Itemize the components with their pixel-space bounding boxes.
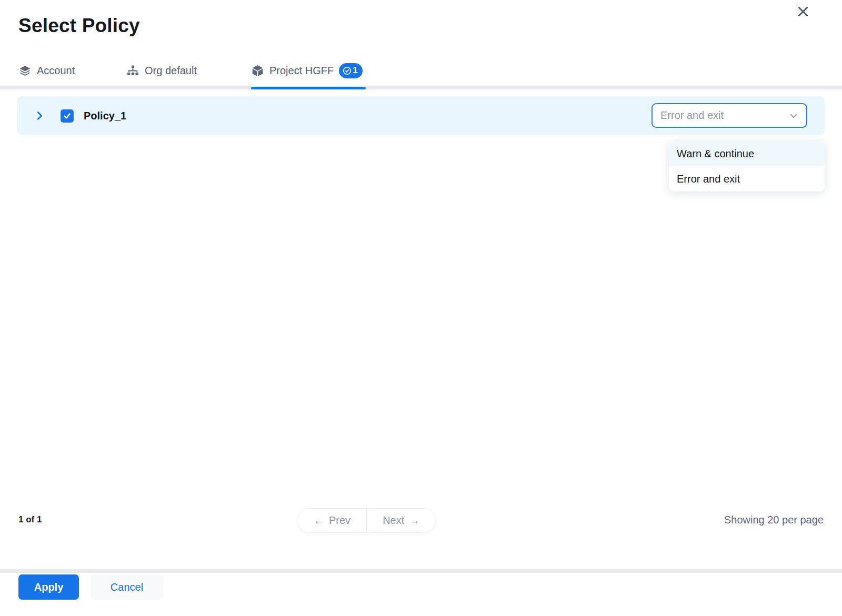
prev-label: Prev (329, 514, 350, 527)
arrow-right-icon: → (409, 514, 419, 527)
tab-label: Project HGFF (269, 65, 334, 77)
action-select[interactable]: Error and exit (651, 103, 807, 128)
check-circle-icon (343, 66, 352, 75)
per-page-info: Showing 20 per page (724, 514, 824, 526)
tab-account[interactable]: Account (18, 57, 75, 84)
page-title: Select Policy (18, 15, 140, 37)
page-info: 1 of 1 (18, 514, 42, 525)
policy-checkbox[interactable] (61, 109, 74, 123)
apply-button[interactable]: Apply (18, 574, 79, 600)
selected-count-badge: 1 (339, 63, 362, 78)
option-warn-continue[interactable]: Warn & continue (669, 141, 825, 166)
tabs-divider (0, 86, 842, 89)
pager: ← Prev Next → (297, 508, 436, 533)
tab-label: Org default (145, 65, 197, 77)
badge-count: 1 (353, 65, 357, 76)
policy-name: Policy_1 (84, 110, 126, 122)
chevron-right-icon[interactable] (33, 109, 46, 122)
action-select-menu: Warn & continue Error and exit (669, 141, 825, 191)
tab-bar: Account Org default Project HGFF 1 (0, 57, 842, 89)
policy-row: Policy_1 Error and exit (17, 96, 825, 135)
tab-project-hgff[interactable]: Project HGFF 1 (251, 57, 363, 84)
select-policy-modal: Select Policy Account Org default Projec… (0, 0, 842, 616)
arrow-left-icon: ← (314, 514, 324, 527)
cube-icon (251, 64, 264, 77)
footer-divider (0, 569, 842, 573)
layers-icon (18, 64, 32, 77)
next-button[interactable]: Next → (367, 509, 435, 532)
next-label: Next (383, 514, 404, 527)
tab-org-default[interactable]: Org default (126, 57, 197, 84)
cancel-button[interactable]: Cancel (91, 574, 163, 600)
prev-button[interactable]: ← Prev (298, 509, 366, 532)
tab-label: Account (37, 65, 75, 77)
option-error-exit[interactable]: Error and exit (669, 166, 825, 191)
active-tab-underline (251, 87, 366, 89)
chevron-down-icon (788, 110, 799, 121)
select-value: Error and exit (660, 109, 724, 122)
org-chart-icon (126, 64, 139, 77)
close-icon[interactable] (795, 4, 811, 21)
